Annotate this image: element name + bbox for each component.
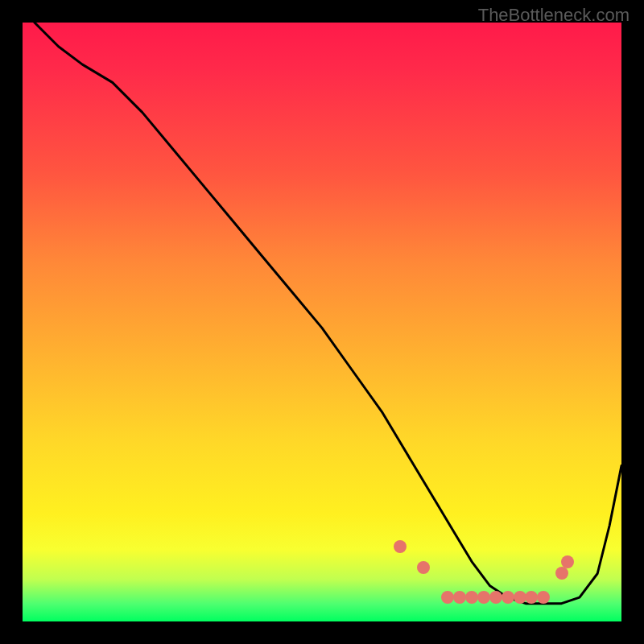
chart-curve xyxy=(23,23,621,621)
watermark-text: TheBottleneck.com xyxy=(478,5,630,26)
chart-point xyxy=(394,540,407,553)
chart-point xyxy=(561,555,574,568)
chart-point xyxy=(514,591,526,604)
chart-point xyxy=(537,591,550,604)
chart-point xyxy=(502,591,514,604)
chart-point xyxy=(441,591,454,604)
chart-point xyxy=(477,591,490,604)
chart-point xyxy=(489,591,502,604)
chart-point xyxy=(555,567,568,580)
chart-point xyxy=(465,591,478,604)
chart-plot-area xyxy=(23,23,621,621)
chart-point xyxy=(417,561,430,574)
chart-point xyxy=(525,591,538,604)
chart-point xyxy=(453,591,466,604)
